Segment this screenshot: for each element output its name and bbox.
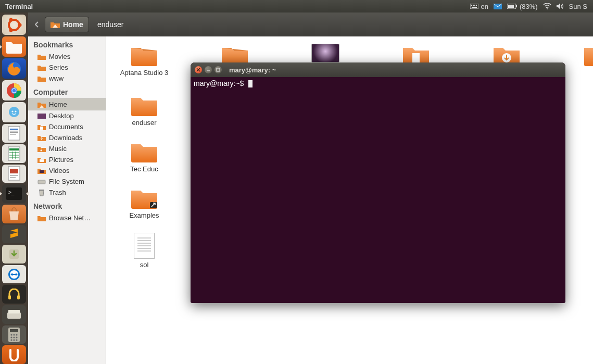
launcher-files[interactable]: [2, 36, 26, 57]
sidebar-item-videos[interactable]: Videos: [28, 165, 106, 176]
sidebar-item-pictures[interactable]: Pictures: [28, 154, 106, 165]
sidebar-item-label: Home: [49, 101, 67, 108]
sidebar-section-network: Network: [28, 198, 106, 212]
sidebar-item-desktop[interactable]: Desktop: [28, 110, 106, 121]
sidebar-item-label: Browse Net…: [49, 214, 91, 222]
launcher-dash[interactable]: [2, 15, 26, 35]
launcher-sublime[interactable]: [2, 225, 26, 244]
ubuntu-icon: [5, 16, 23, 34]
file-item[interactable]: Tec Educ: [117, 140, 172, 173]
file-item[interactable]: Examples: [117, 186, 172, 219]
launcher-downloads[interactable]: [2, 245, 26, 263]
file-item[interactable]: enduser: [117, 94, 172, 127]
svg-rect-5: [472, 7, 477, 8]
home-folder-icon: [37, 101, 46, 108]
svg-point-10: [547, 8, 548, 9]
file-label: Aptana Studio 3: [120, 69, 169, 77]
clock-indicator[interactable]: Sun S: [566, 3, 590, 10]
desktop-icon: [37, 112, 46, 120]
sidebar-item-home[interactable]: Home: [28, 98, 106, 110]
svg-rect-38: [10, 177, 16, 178]
sidebar-item-trash[interactable]: Trash: [28, 187, 106, 198]
keyboard-lang: en: [481, 3, 488, 10]
sound-indicator[interactable]: [554, 3, 566, 9]
sidebar-item-documents[interactable]: Documents: [28, 121, 106, 132]
wifi-icon: [543, 3, 551, 9]
launcher-firefox[interactable]: [2, 58, 26, 79]
battery-icon: [507, 4, 518, 9]
launcher-calculator[interactable]: [2, 325, 26, 344]
battery-indicator[interactable]: (83%): [504, 3, 540, 10]
terminal-body[interactable]: mary@mary:~$: [191, 77, 565, 303]
launcher-ubuntu-one[interactable]: [2, 345, 26, 364]
network-indicator[interactable]: [540, 3, 554, 9]
svg-rect-27: [10, 134, 16, 135]
window-minimize-button[interactable]: [205, 66, 212, 73]
sidebar-item-www[interactable]: www: [28, 73, 106, 84]
firefox-icon: [6, 60, 22, 77]
minimize-icon: [206, 68, 210, 72]
launcher-terminal[interactable]: >_: [2, 184, 26, 203]
launcher-impress[interactable]: [2, 165, 26, 183]
launcher-chrome[interactable]: [2, 80, 26, 101]
folder-link-icon: [130, 186, 158, 209]
network-folder-icon: [37, 215, 46, 222]
file-item[interactable]: [570, 44, 593, 77]
terminal-icon: >_: [6, 187, 22, 200]
svg-rect-45: [8, 295, 11, 299]
focused-indicator-icon: [26, 191, 29, 196]
breadcrumb-enduser[interactable]: enduser: [92, 17, 129, 32]
running-indicator-icon: [0, 44, 2, 49]
svg-point-20: [9, 107, 19, 117]
launcher-calc[interactable]: [2, 144, 26, 163]
messaging-indicator[interactable]: [491, 4, 504, 9]
download-icon: [8, 248, 20, 260]
sidebar-item-label: Desktop: [49, 112, 74, 120]
folder-icon: [37, 53, 46, 60]
sidebar-item-browse-network[interactable]: Browse Net…: [28, 212, 106, 223]
envelope-icon: [494, 4, 502, 9]
launcher-scanner[interactable]: [2, 305, 26, 324]
file-item[interactable]: sol: [117, 233, 172, 269]
folder-icon: [37, 75, 46, 82]
sidebar-item-downloads[interactable]: Downloads: [28, 132, 106, 143]
window-close-button[interactable]: [195, 66, 202, 73]
folder-icon: [583, 44, 593, 67]
svg-rect-24: [10, 129, 18, 130]
svg-rect-61: [40, 127, 43, 130]
maximize-icon: [216, 68, 220, 72]
sidebar-item-music[interactable]: Music: [28, 143, 106, 154]
svg-rect-63: [40, 159, 44, 162]
svg-rect-46: [17, 295, 20, 299]
sidebar-item-series[interactable]: Series: [28, 62, 106, 73]
keyboard-indicator[interactable]: en: [468, 3, 490, 10]
svg-point-52: [13, 334, 15, 335]
svg-rect-8: [516, 5, 517, 7]
unity-launcher: >_: [0, 12, 28, 364]
teamviewer-icon: [7, 268, 21, 281]
launcher-teamviewer[interactable]: [2, 265, 26, 284]
launcher-writer[interactable]: [2, 124, 26, 143]
sidebar-item-filesystem[interactable]: File System: [28, 176, 106, 187]
svg-rect-4: [476, 5, 477, 6]
svg-rect-23: [8, 127, 20, 140]
launcher-audio[interactable]: [2, 285, 26, 304]
terminal-window[interactable]: mary@mary: ~ mary@mary:~$: [191, 62, 565, 303]
terminal-titlebar[interactable]: mary@mary: ~: [191, 62, 565, 77]
sidebar-item-label: Videos: [49, 167, 70, 174]
videos-icon: [37, 167, 46, 174]
path-back-button[interactable]: [32, 19, 42, 30]
close-icon: [196, 68, 200, 72]
breadcrumb-home[interactable]: Home: [45, 17, 89, 32]
launcher-empathy[interactable]: [2, 102, 26, 122]
svg-point-19: [12, 89, 16, 92]
file-item[interactable]: Aptana Studio 3: [117, 44, 172, 77]
documents-icon: [37, 123, 46, 131]
window-maximize-button[interactable]: [215, 66, 222, 73]
sidebar-item-movies[interactable]: Movies: [28, 51, 106, 62]
chrome-icon: [6, 83, 22, 98]
launcher-software-center[interactable]: [2, 205, 26, 223]
home-folder-icon: [51, 21, 60, 28]
svg-rect-44: [12, 274, 16, 275]
svg-rect-48: [8, 310, 20, 313]
